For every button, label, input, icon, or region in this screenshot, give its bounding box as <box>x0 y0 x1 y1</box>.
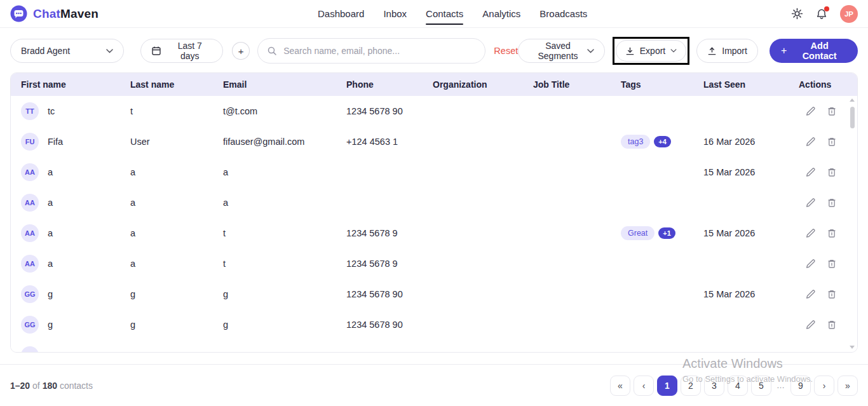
nav-analytics[interactable]: Analytics <box>482 0 520 27</box>
email-cell: g <box>223 289 346 299</box>
edit-button[interactable] <box>804 196 817 209</box>
page-button-9[interactable]: 9 <box>790 376 811 396</box>
last-name-cell: g <box>130 289 223 299</box>
import-button[interactable]: Import <box>696 39 758 63</box>
table-row[interactable] <box>11 340 857 353</box>
last-seen-cell: 15 Mar 2026 <box>703 167 799 177</box>
nav-contacts[interactable]: Contacts <box>426 0 463 27</box>
col-last-name: Last name <box>130 79 223 90</box>
delete-button[interactable] <box>825 257 838 270</box>
delete-button[interactable] <box>825 288 838 301</box>
add-filter-button[interactable]: + <box>232 42 250 60</box>
table-row[interactable]: GG g g g 1234 5678 90 <box>11 309 857 340</box>
edit-button[interactable] <box>804 166 817 179</box>
col-organization: Organization <box>433 79 533 90</box>
last-seen-cell: 15 Mar 2026 <box>703 289 799 299</box>
chatmaven-logo-icon <box>10 5 27 22</box>
table-row[interactable]: FU Fifa User fifauser@gmail.com +124 456… <box>11 126 857 157</box>
scroll-thumb[interactable] <box>850 107 855 128</box>
page-button-3[interactable]: 3 <box>704 376 724 396</box>
col-actions: Actions <box>799 79 857 90</box>
email-cell: fifauser@gmail.com <box>223 137 346 147</box>
table-row[interactable]: AA a a t 1234 5678 9 Great+1 15 Mar 2026 <box>11 218 857 248</box>
add-contact-button[interactable]: + Add Contact <box>770 39 858 63</box>
col-job-title: Job Title <box>533 79 621 90</box>
table-row[interactable]: TT tc t t@t.com 1234 5678 90 <box>11 96 857 126</box>
chevron-down-icon <box>106 49 113 53</box>
contact-avatar: AA <box>21 163 39 181</box>
pagination-ellipsis: … <box>775 381 787 390</box>
page-button-2[interactable]: 2 <box>681 376 701 396</box>
delete-button[interactable] <box>825 166 838 179</box>
page-button-4[interactable]: 4 <box>728 376 748 396</box>
table-row[interactable]: AA a a a 15 Mar 2026 <box>11 157 857 187</box>
nav-inbox[interactable]: Inbox <box>383 0 407 27</box>
email-cell: a <box>223 167 346 177</box>
phone-cell: 1234 5678 9 <box>346 259 433 269</box>
top-navigation-bar: ChatMaven Dashboard Inbox Contacts Analy… <box>0 0 868 28</box>
page-button-5[interactable]: 5 <box>751 376 771 396</box>
phone-cell: 1234 5678 90 <box>346 289 433 299</box>
date-range-button[interactable]: Last 7 days <box>140 39 223 63</box>
edit-button[interactable] <box>804 105 817 118</box>
delete-button[interactable] <box>825 227 838 240</box>
edit-button[interactable] <box>804 257 817 270</box>
edit-button[interactable] <box>804 318 817 331</box>
contacts-toolbar: Bradd Agent Last 7 days + Reset Saved Se… <box>0 37 868 65</box>
scroll-down-arrow[interactable] <box>850 346 855 349</box>
shown-range: 1–20 <box>10 381 30 391</box>
table-header-row: First name Last name Email Phone Organiz… <box>11 73 857 96</box>
table-row[interactable]: GG g g g 1234 5678 90 15 Mar 2026 <box>11 279 857 309</box>
reset-filters-button[interactable]: Reset <box>494 46 518 56</box>
contact-avatar: GG <box>21 316 39 334</box>
top-actions: JP <box>791 5 858 23</box>
edit-button[interactable] <box>804 227 817 240</box>
page-button-1[interactable]: 1 <box>657 376 677 396</box>
export-button[interactable]: Export <box>616 40 686 62</box>
settings-gear-icon[interactable] <box>791 8 803 20</box>
search-icon <box>267 46 277 56</box>
prev-page-button[interactable]: ‹ <box>634 376 654 396</box>
contacts-table: First name Last name Email Phone Organiz… <box>10 72 858 353</box>
email-cell: t <box>223 259 346 269</box>
results-summary: 1–20 of 180 contacts <box>10 381 93 391</box>
contact-search <box>257 38 485 64</box>
table-row[interactable]: AA a a a <box>11 187 857 218</box>
last-name-cell: User <box>130 137 223 147</box>
delete-button[interactable] <box>825 318 838 331</box>
delete-button[interactable] <box>825 196 838 209</box>
contact-avatar <box>21 346 39 353</box>
tag-more-badge[interactable]: +1 <box>658 227 675 239</box>
main-nav: Dashboard Inbox Contacts Analytics Broad… <box>318 0 587 27</box>
table-row[interactable]: AA a a t 1234 5678 9 <box>11 248 857 279</box>
first-name-cell: a <box>48 228 53 238</box>
scroll-up-arrow[interactable] <box>850 98 855 102</box>
search-input[interactable] <box>283 46 476 56</box>
delete-button[interactable] <box>825 135 838 148</box>
contact-avatar: FU <box>21 133 39 151</box>
notifications-bell-icon[interactable] <box>816 8 827 20</box>
brand-name: ChatMaven <box>33 7 98 21</box>
last-name-cell: a <box>130 198 223 208</box>
last-page-button[interactable]: » <box>837 376 858 396</box>
edit-button[interactable] <box>804 288 817 301</box>
edit-button[interactable] <box>804 135 817 148</box>
contact-avatar: AA <box>21 194 39 212</box>
last-seen-cell: 15 Mar 2026 <box>703 228 799 238</box>
email-cell: t@t.com <box>223 106 346 116</box>
vertical-scrollbar[interactable] <box>849 98 855 349</box>
agent-select[interactable]: Bradd Agent <box>10 39 124 63</box>
notification-dot <box>824 6 829 11</box>
next-page-button[interactable]: › <box>814 376 834 396</box>
brand-logo[interactable]: ChatMaven <box>10 5 98 22</box>
email-cell: g <box>223 320 346 330</box>
contact-avatar: TT <box>21 102 39 120</box>
saved-segments-dropdown[interactable]: Saved Segments <box>518 39 605 63</box>
delete-button[interactable] <box>825 105 838 118</box>
first-page-button[interactable]: « <box>610 376 630 396</box>
nav-dashboard[interactable]: Dashboard <box>318 0 364 27</box>
email-cell: t <box>223 228 346 238</box>
nav-broadcasts[interactable]: Broadcasts <box>539 0 587 27</box>
tag-more-badge[interactable]: +4 <box>654 136 671 147</box>
user-avatar[interactable]: JP <box>840 5 858 23</box>
